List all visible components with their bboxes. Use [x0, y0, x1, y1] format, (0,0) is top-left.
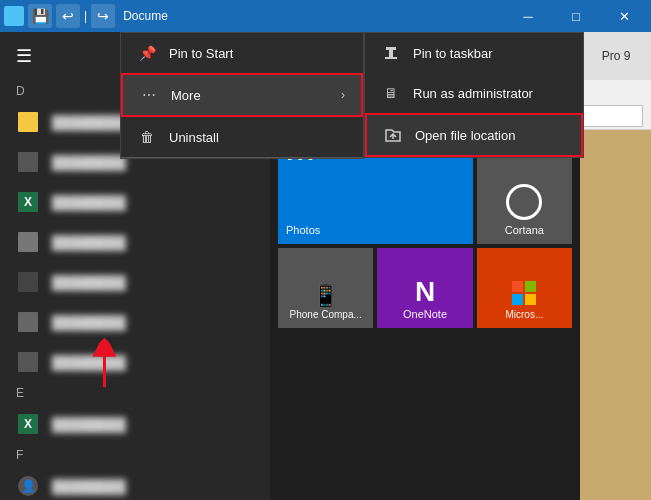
tile-onenote[interactable]: N OneNote: [377, 248, 472, 328]
app-item-label-5: ████████: [52, 275, 126, 290]
tile-microsoft-label: Micros...: [505, 309, 543, 320]
submenu-run-admin-label: Run as administrator: [413, 86, 533, 101]
pro9-badge: Pro 9: [580, 32, 651, 80]
app-icon: 🗂: [4, 6, 24, 26]
app-item-icon-6: [16, 310, 40, 334]
app-item-label-3: ████████: [52, 195, 126, 210]
app-item-6[interactable]: ████████: [0, 302, 270, 342]
svg-rect-2: [386, 47, 396, 50]
minimize-button[interactable]: ─: [505, 0, 551, 32]
app-item-label-2: ████████: [52, 155, 126, 170]
app-item-7[interactable]: ████████: [0, 342, 270, 382]
phone-icon: 📱: [312, 283, 339, 309]
app-item-icon-5: [16, 270, 40, 294]
menu-item-uninstall-label: Uninstall: [169, 130, 219, 145]
tile-phone[interactable]: 📱 Phone Compa...: [278, 248, 373, 328]
app-item-label-f1: ████████: [52, 479, 126, 494]
app-item-icon-1: [16, 110, 40, 134]
pro9-label: Pro 9: [602, 49, 631, 63]
more-icon: ⋯: [139, 85, 159, 105]
app-item-icon-4: [16, 230, 40, 254]
pin-start-icon: 📌: [137, 43, 157, 63]
app-item-icon-f1: 👤: [16, 474, 40, 498]
open-file-location-icon: [383, 125, 403, 145]
pin-taskbar-icon: [381, 43, 401, 63]
svg-rect-0: [385, 57, 397, 59]
window-title: Docume: [123, 9, 505, 23]
app-item-3[interactable]: X ████████: [0, 182, 270, 222]
tile-photos-label: Photos: [286, 224, 320, 236]
onenote-icon: N: [415, 276, 435, 308]
title-bar: 🗂 💾 ↩ | ↪ Docume ─ □ ✕: [0, 0, 651, 32]
uninstall-icon: 🗑: [137, 127, 157, 147]
redo-button[interactable]: ↪: [91, 4, 115, 28]
menu-item-pin-start[interactable]: 📌 Pin to Start: [121, 33, 363, 73]
tile-phone-label: Phone Compa...: [290, 309, 362, 320]
app-item-f1[interactable]: 👤 ████████: [0, 466, 270, 500]
window-controls: ─ □ ✕: [505, 0, 647, 32]
tile-onenote-label: OneNote: [403, 308, 447, 320]
run-admin-icon: 🖥: [381, 83, 401, 103]
menu-item-uninstall[interactable]: 🗑 Uninstall: [121, 117, 363, 158]
context-menu-main: 📌 Pin to Start ⋯ More › 🗑 Uninstall: [120, 32, 364, 159]
maximize-button[interactable]: □: [553, 0, 599, 32]
undo-button[interactable]: ↩: [56, 4, 80, 28]
close-button[interactable]: ✕: [601, 0, 647, 32]
cortana-icon: [506, 184, 542, 220]
microsoft-icon: [512, 281, 536, 305]
app-item-e1[interactable]: X ████████: [0, 404, 270, 444]
more-arrow-icon: ›: [341, 88, 345, 102]
save-button[interactable]: 💾: [28, 4, 52, 28]
tile-microsoft[interactable]: Micros...: [477, 248, 572, 328]
context-submenu: Pin to taskbar 🖥 Run as administrator Op…: [364, 32, 584, 158]
app-item-icon-7: [16, 350, 40, 374]
hamburger-icon: ☰: [16, 45, 32, 67]
app-item-label-e1: ████████: [52, 417, 126, 432]
menu-item-more-label: More: [171, 88, 201, 103]
submenu-item-run-admin[interactable]: 🖥 Run as administrator: [365, 73, 583, 113]
app-item-label-1: ████████: [52, 115, 126, 130]
menu-item-pin-start-label: Pin to Start: [169, 46, 233, 61]
app-section-f: F: [0, 444, 270, 466]
app-item-4[interactable]: ████████: [0, 222, 270, 262]
app-item-icon-e1: X: [16, 412, 40, 436]
redo-separator: |: [84, 9, 87, 23]
app-section-e: E: [0, 382, 270, 404]
title-bar-left: 🗂 💾 ↩ | ↪: [0, 4, 115, 28]
tile-cortana-label: Cortana: [505, 224, 544, 236]
submenu-item-open-file-location[interactable]: Open file location: [365, 113, 583, 157]
app-item-5[interactable]: ████████: [0, 262, 270, 302]
svg-rect-1: [389, 49, 393, 57]
app-item-icon-2: [16, 150, 40, 174]
menu-item-more[interactable]: ⋯ More ›: [121, 73, 363, 117]
submenu-item-pin-taskbar[interactable]: Pin to taskbar: [365, 33, 583, 73]
app-item-label-4: ████████: [52, 235, 126, 250]
app-item-icon-3: X: [16, 190, 40, 214]
submenu-open-file-location-label: Open file location: [415, 128, 515, 143]
app-item-label-6: ████████: [52, 315, 126, 330]
submenu-pin-taskbar-label: Pin to taskbar: [413, 46, 493, 61]
